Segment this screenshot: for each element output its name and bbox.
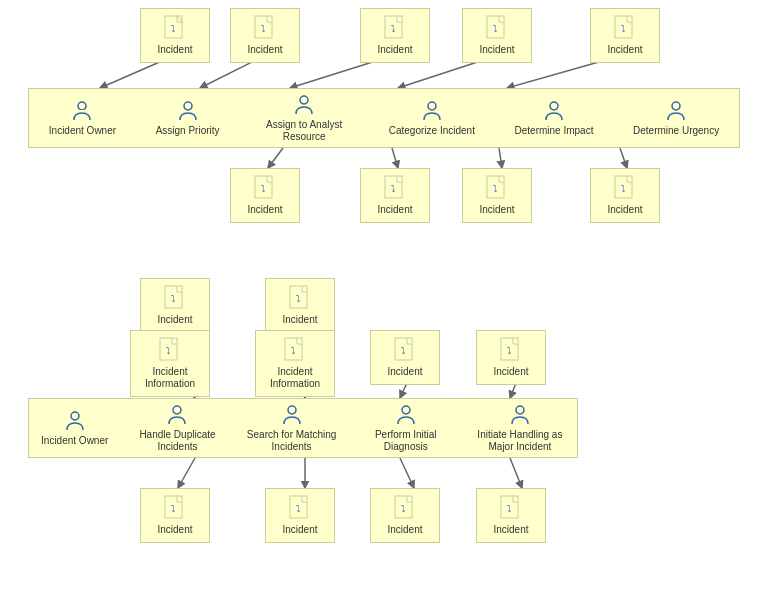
svg-point-59 xyxy=(173,406,181,414)
doc-icon-t2: ⤵ xyxy=(254,15,276,41)
node-bs1b-label: Incident xyxy=(282,314,317,326)
node-bs1a: ⤵ Incident xyxy=(140,278,210,333)
workflow-canvas: 📄 ⤵ Incident ⤵ Incident ⤵ Incident xyxy=(0,0,757,601)
bottom-row-band: Incident Owner Handle Duplicate Incident… xyxy=(28,398,578,458)
band-item-determine-impact: Determine Impact xyxy=(505,94,604,143)
top-row-band: Incident Owner Assign Priority Assign to… xyxy=(28,88,740,148)
node-bb1-label: Incident xyxy=(157,524,192,536)
svg-text:⤵: ⤵ xyxy=(493,184,498,194)
svg-point-31 xyxy=(78,102,86,110)
band-label-4: Categorize Incident xyxy=(389,125,475,137)
svg-point-62 xyxy=(516,406,524,414)
person-icon-1 xyxy=(71,100,93,122)
node-bb4-label: Incident xyxy=(493,524,528,536)
node-t5: ⤵ Incident xyxy=(590,8,660,63)
svg-text:⤵: ⤵ xyxy=(401,346,406,356)
node-bb1: ⤵ Incident xyxy=(140,488,210,543)
node-b4: ⤵ Incident xyxy=(590,168,660,223)
person-icon-b2 xyxy=(166,404,188,426)
doc-icon-t3: ⤵ xyxy=(384,15,406,41)
svg-text:⤵: ⤵ xyxy=(621,184,626,194)
node-bs2b: ⤵ Incident Information xyxy=(255,330,335,397)
svg-text:⤵: ⤵ xyxy=(507,346,512,356)
person-icon-b3 xyxy=(281,404,303,426)
doc-icon: 📄 ⤵ xyxy=(164,15,186,41)
svg-point-60 xyxy=(288,406,296,414)
band-b-label-4: Perform Initial Diagnosis xyxy=(361,429,451,453)
node-b2-label: Incident xyxy=(377,204,412,216)
band-b-label-1: Incident Owner xyxy=(41,435,108,447)
doc-icon-bs2a: ⤵ xyxy=(159,337,181,363)
svg-text:⤵: ⤵ xyxy=(261,24,266,34)
node-bs2a: ⤵ Incident Information xyxy=(130,330,210,397)
svg-point-34 xyxy=(300,96,308,104)
svg-point-37 xyxy=(672,102,680,110)
node-t5-label: Incident xyxy=(607,44,642,56)
node-bs2d-label: Incident xyxy=(493,366,528,378)
doc-icon-bs1b: ⤵ xyxy=(289,285,311,311)
node-b1: ⤵ Incident xyxy=(230,168,300,223)
svg-text:⤵: ⤵ xyxy=(391,184,396,194)
svg-line-15 xyxy=(178,458,195,488)
band-item-categorize: Categorize Incident xyxy=(379,94,485,143)
doc-icon-b4: ⤵ xyxy=(614,175,636,201)
doc-icon-bs1a: ⤵ xyxy=(164,285,186,311)
person-icon-b5 xyxy=(509,404,531,426)
node-t2: ⤵ Incident xyxy=(230,8,300,63)
doc-icon-bs2b: ⤵ xyxy=(284,337,306,363)
node-t3: ⤵ Incident xyxy=(360,8,430,63)
band-label-1: Incident Owner xyxy=(49,125,116,137)
svg-line-6 xyxy=(392,148,398,168)
svg-point-61 xyxy=(402,406,410,414)
doc-icon-t4: ⤵ xyxy=(486,15,508,41)
doc-icon-b2: ⤵ xyxy=(384,175,406,201)
node-t2-label: Incident xyxy=(247,44,282,56)
node-b4-label: Incident xyxy=(607,204,642,216)
svg-text:⤵: ⤵ xyxy=(296,294,301,304)
svg-line-18 xyxy=(510,458,522,488)
band-label-6: Determine Urgency xyxy=(633,125,719,137)
node-bs2b-label: Incident Information xyxy=(264,366,326,390)
node-t1-label: Incident xyxy=(157,44,192,56)
node-t3-label: Incident xyxy=(377,44,412,56)
node-bs2a-label: Incident Information xyxy=(139,366,201,390)
band-b-label-3: Search for Matching Incidents xyxy=(247,429,337,453)
node-b3-label: Incident xyxy=(479,204,514,216)
svg-point-58 xyxy=(71,412,79,420)
svg-line-7 xyxy=(499,148,502,168)
node-t1: 📄 ⤵ Incident xyxy=(140,8,210,63)
person-icon-3 xyxy=(293,94,315,116)
node-bb2: ⤵ Incident xyxy=(265,488,335,543)
node-bb2-label: Incident xyxy=(282,524,317,536)
svg-point-36 xyxy=(550,102,558,110)
band-item-assign-analyst: Assign to Analyst Resource xyxy=(249,88,359,149)
person-icon-5 xyxy=(543,100,565,122)
node-t4: ⤵ Incident xyxy=(462,8,532,63)
svg-text:⤵: ⤵ xyxy=(507,504,512,514)
node-bb3-label: Incident xyxy=(387,524,422,536)
node-bs2c: ⤵ Incident xyxy=(370,330,440,385)
svg-text:⤵: ⤵ xyxy=(621,24,626,34)
doc-icon-bb2: ⤵ xyxy=(289,495,311,521)
svg-rect-32 xyxy=(79,110,85,112)
svg-line-8 xyxy=(620,148,627,168)
doc-icon-bb1: ⤵ xyxy=(164,495,186,521)
svg-text:⤵: ⤵ xyxy=(171,294,176,304)
node-bb4: ⤵ Incident xyxy=(476,488,546,543)
band-b-label-2: Handle Duplicate Incidents xyxy=(132,429,222,453)
person-icon-b4 xyxy=(395,404,417,426)
svg-text:⤵: ⤵ xyxy=(296,504,301,514)
person-icon-b1 xyxy=(64,410,86,432)
node-bs2d: ⤵ Incident xyxy=(476,330,546,385)
svg-line-5 xyxy=(268,148,283,168)
doc-icon-t5: ⤵ xyxy=(614,15,636,41)
svg-text:⤵: ⤵ xyxy=(291,346,296,356)
svg-point-33 xyxy=(184,102,192,110)
node-t4-label: Incident xyxy=(479,44,514,56)
band-label-2: Assign Priority xyxy=(156,125,220,137)
svg-text:⤵: ⤵ xyxy=(401,504,406,514)
doc-icon-bs2d: ⤵ xyxy=(500,337,522,363)
svg-text:⤵: ⤵ xyxy=(391,24,396,34)
doc-icon-bs2c: ⤵ xyxy=(394,337,416,363)
band-label-5: Determine Impact xyxy=(515,125,594,137)
